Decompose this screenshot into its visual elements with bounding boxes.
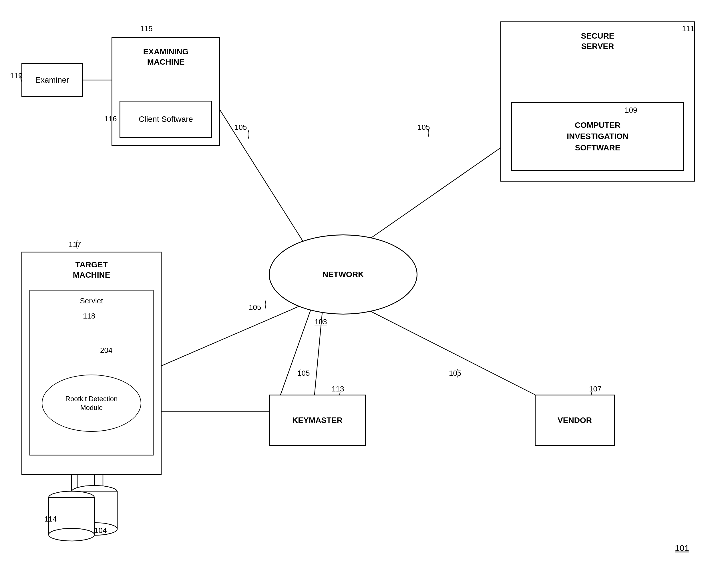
svg-point-17 <box>49 528 94 541</box>
ref-107: 107 <box>589 385 601 393</box>
keymaster-box: KEYMASTER <box>269 395 366 446</box>
client-software-label: Client Software <box>139 114 193 124</box>
ref-105-e: 105 <box>449 369 461 378</box>
ref-101: 101 <box>675 543 689 553</box>
secure-server-label: SECURESERVER <box>501 31 694 52</box>
secure-server-box: SECURESERVER COMPUTERINVESTIGATIONSOFTWA… <box>500 21 695 182</box>
ref-117: 117 <box>69 240 81 249</box>
ref-105-a: 105 <box>234 123 247 132</box>
svg-line-4 <box>315 303 323 395</box>
rootkit-detection-label: Rootkit DetectionModule <box>65 394 118 412</box>
ref-105-d: 105 <box>297 369 310 378</box>
ref-119: 119 <box>10 71 22 80</box>
rootkit-detection-oval: Rootkit DetectionModule <box>42 375 141 432</box>
examiner-label: Examiner <box>35 75 69 85</box>
network-oval: NETWORK <box>269 234 417 315</box>
svg-line-3 <box>154 300 313 369</box>
ref-109: 109 <box>625 106 637 115</box>
ref-115: 115 <box>140 24 152 33</box>
ref-111: 111 <box>682 24 694 33</box>
svg-line-5 <box>343 297 535 395</box>
ref-113: 113 <box>332 385 344 393</box>
client-software-box: Client Software <box>120 101 212 138</box>
target-machine-box: TARGETMACHINE Servlet Rootkit DetectionM… <box>21 252 162 475</box>
ref-105-b: 105 <box>417 123 430 132</box>
examiner-box: Examiner <box>21 63 83 97</box>
svg-line-1 <box>217 106 313 257</box>
computer-investigation-software-box: COMPUTERINVESTIGATIONSOFTWARE <box>511 102 684 171</box>
target-machine-label: TARGETMACHINE <box>22 260 161 280</box>
ref-104: 104 <box>94 526 107 535</box>
vendor-label: VENDOR <box>558 415 592 425</box>
ref-114: 114 <box>44 515 57 524</box>
ref-103: 103 <box>315 317 327 326</box>
vendor-box: VENDOR <box>535 395 615 446</box>
computer-investigation-software-label: COMPUTERINVESTIGATIONSOFTWARE <box>567 120 628 153</box>
keymaster-label: KEYMASTER <box>292 415 343 425</box>
ref-116: 116 <box>104 114 117 123</box>
examining-machine-label: EXAMININGMACHINE <box>112 47 219 67</box>
ref-105-c: 105 <box>249 303 261 312</box>
network-label: NETWORK <box>323 269 364 280</box>
examining-machine-box: EXAMININGMACHINE Client Software <box>112 37 220 146</box>
ref-204: 204 <box>100 346 112 355</box>
ref-118: 118 <box>83 312 95 321</box>
servlet-label: Servlet <box>30 296 153 306</box>
